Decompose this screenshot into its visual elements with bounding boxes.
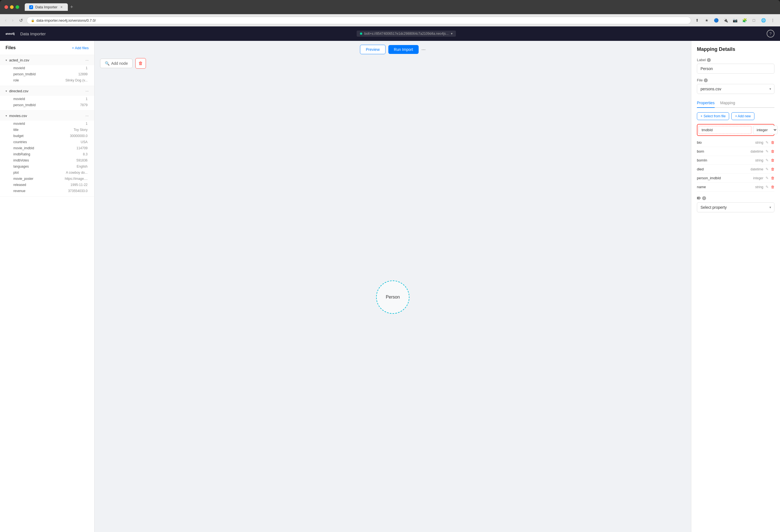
file-more-icon[interactable]: ···	[85, 58, 89, 62]
sidebar-icon[interactable]: □	[750, 16, 758, 24]
row-key: languages	[13, 164, 29, 168]
list-item: budget 30000000.0	[0, 133, 94, 139]
search-icon: 🔍	[105, 61, 109, 65]
share-icon[interactable]: ⬆	[693, 16, 701, 24]
drive-icon[interactable]: 🔵	[712, 16, 720, 24]
canvas-area: Preview Run Import ··· 🔍 Add node 🗑	[95, 41, 691, 532]
canvas-actions: 🔍 Add node 🗑	[100, 58, 146, 69]
canvas-more-options-button[interactable]: ···	[422, 47, 426, 53]
add-files-button[interactable]: + Add files	[72, 46, 89, 50]
property-item-person-imdbid: person_imdbId integer ✎ 🗑	[697, 174, 774, 183]
close-window-button[interactable]	[4, 5, 8, 9]
property-delete-icon-name[interactable]: 🗑	[771, 185, 774, 189]
property-edit-row: integer string float boolean datetime ✓	[697, 124, 774, 136]
forward-button[interactable]: ›	[10, 17, 15, 23]
property-delete-icon-bornin[interactable]: 🗑	[771, 158, 774, 162]
property-type-died: datetime	[750, 167, 763, 171]
row-key: movie_poster	[13, 177, 33, 181]
row-value: 7879	[80, 103, 88, 107]
plus-icon: +	[700, 114, 702, 118]
browser-window: ↗ Data Importer ✕ + ‹ › ↺ 🔒 data-importe…	[0, 0, 780, 532]
file-info-icon[interactable]: i	[704, 79, 708, 82]
delete-button[interactable]: 🗑	[135, 58, 146, 69]
url-bar[interactable]: 🔒 data-importer.neo4j.io/versions/0.7.0/	[27, 17, 691, 24]
preview-button[interactable]: Preview	[360, 45, 386, 54]
run-import-button[interactable]: Run Import	[388, 45, 419, 54]
more-options-icon[interactable]: ⋮	[769, 16, 777, 24]
list-item: countries USA	[0, 139, 94, 145]
property-delete-icon-person-imdbid[interactable]: 🗑	[771, 176, 774, 180]
connection-url: bolt+s://85474006517e1dc2988064c7a2109d4…	[364, 32, 449, 36]
right-panel: Mapping Details Label i File i	[691, 41, 780, 532]
id-property-select[interactable]: Select property	[697, 202, 774, 212]
property-type-select[interactable]: integer string float boolean datetime	[753, 126, 778, 134]
file-more-icon[interactable]: ···	[85, 89, 89, 93]
add-new-button[interactable]: + Add new	[731, 112, 754, 120]
file-group-directed-header[interactable]: ▾ directed.csv ···	[0, 86, 94, 96]
row-key: budget	[13, 134, 23, 138]
camera-icon[interactable]: 📷	[731, 16, 739, 24]
id-info-icon[interactable]: i	[702, 196, 706, 200]
help-icon[interactable]: ?	[767, 30, 774, 38]
property-edit-icon-bio[interactable]: ✎	[766, 140, 769, 145]
list-item: released 1995-11-22	[0, 182, 94, 188]
file-more-icon[interactable]: ···	[85, 113, 89, 118]
file-group-acted-in-header[interactable]: ▾ acted_in.csv ···	[0, 55, 94, 65]
row-key: plot	[13, 171, 18, 175]
refresh-button[interactable]: ↺	[17, 17, 25, 23]
list-item: person_tmdbId 12899	[0, 71, 94, 77]
row-value: 591836	[77, 158, 88, 162]
property-name-input[interactable]	[698, 126, 751, 134]
tab-mapping[interactable]: Mapping	[720, 98, 735, 108]
file-name-directed: directed.csv	[9, 89, 28, 93]
browser-titlebar: ↗ Data Importer ✕ +	[0, 0, 780, 14]
connection-indicator[interactable]: bolt+s://85474006517e1dc2988064c7a2109d4…	[357, 31, 456, 37]
profile-icon[interactable]: 🌐	[760, 16, 767, 24]
add-node-button[interactable]: 🔍 Add node	[100, 59, 133, 68]
extensions-icon[interactable]: 🧩	[740, 16, 748, 24]
chevron-down-icon: ▾	[6, 90, 7, 93]
file-rows-directed: movieId 1 person_tmdbId 7879	[0, 96, 94, 110]
row-key: countries	[13, 140, 27, 144]
label-info-icon[interactable]: i	[707, 58, 711, 62]
property-delete-icon-died[interactable]: 🗑	[771, 167, 774, 171]
property-type-bornin: string	[755, 158, 763, 162]
property-edit-icon-died[interactable]: ✎	[766, 167, 769, 171]
id-label: ID	[697, 196, 700, 200]
row-value: 373554033.0	[68, 189, 88, 193]
file-group-movies-header[interactable]: ▾ movies.csv ···	[0, 111, 94, 120]
canvas-toolbar: Preview Run Import ···	[95, 41, 691, 58]
property-edit-icon-person-imdbid[interactable]: ✎	[766, 176, 769, 180]
row-key: person_tmdbId	[13, 72, 36, 76]
file-group-acted-in: ▾ acted_in.csv ··· movieId 1 person_tmdb…	[0, 55, 94, 86]
file-select[interactable]: persons.csv	[697, 84, 774, 94]
property-edit-icon-name[interactable]: ✎	[766, 185, 769, 189]
property-actions: + Select from file + Add new	[697, 112, 774, 120]
list-item: movieId 1	[0, 96, 94, 102]
sidebar-header: Files + Add files	[0, 41, 94, 55]
browser-tab-active[interactable]: ↗ Data Importer ✕	[25, 3, 68, 11]
label-input[interactable]	[697, 64, 774, 74]
maximize-window-button[interactable]	[15, 5, 19, 9]
tab-bar: ↗ Data Importer ✕ +	[25, 3, 767, 11]
new-tab-button[interactable]: +	[68, 4, 75, 10]
extension-icon[interactable]: 🔌	[722, 16, 729, 24]
row-value: 1	[86, 66, 88, 70]
property-actions-bornin: string ✎ 🗑	[755, 158, 774, 162]
row-key: person_tmdbId	[13, 103, 36, 107]
tab-properties[interactable]: Properties	[697, 98, 715, 108]
back-button[interactable]: ‹	[3, 17, 8, 23]
file-group-acted-in-name: ▾ acted_in.csv	[6, 58, 29, 62]
property-edit-icon-born[interactable]: ✎	[766, 149, 769, 153]
property-delete-icon-bio[interactable]: 🗑	[771, 140, 774, 145]
canvas-content: 🔍 Add node 🗑 Person	[95, 58, 691, 532]
tab-close-button[interactable]: ✕	[59, 5, 63, 9]
bookmark-icon[interactable]: ★	[703, 16, 711, 24]
property-edit-icon-bornin[interactable]: ✎	[766, 158, 769, 162]
file-text: File	[697, 78, 703, 82]
minimize-window-button[interactable]	[10, 5, 14, 9]
person-node[interactable]: Person	[376, 281, 409, 314]
property-delete-icon-born[interactable]: 🗑	[771, 149, 774, 153]
select-from-file-button[interactable]: + Select from file	[697, 112, 729, 120]
property-type-bio: string	[755, 141, 763, 145]
